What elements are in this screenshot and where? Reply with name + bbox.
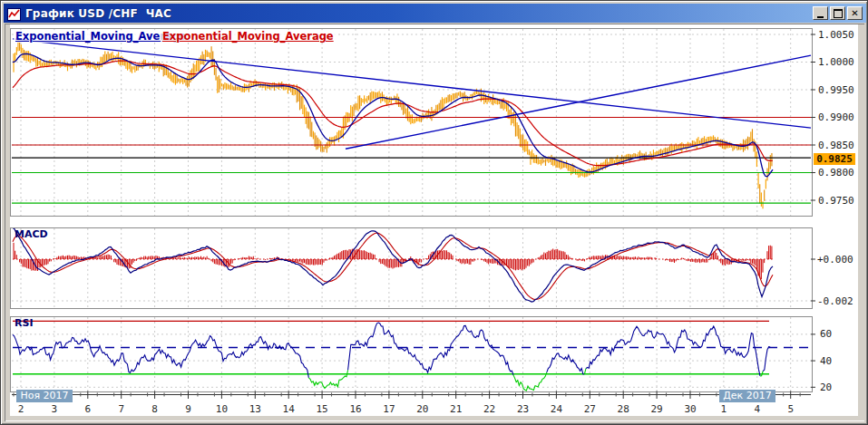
- day-label: 28: [610, 403, 636, 415]
- price-chart[interactable]: [10, 28, 813, 217]
- day-label: 27: [577, 403, 602, 415]
- day-label: 9: [176, 403, 201, 415]
- close-icon: ✕: [851, 9, 858, 18]
- day-label: 24: [543, 403, 569, 415]
- day-label: 29: [644, 403, 669, 415]
- current-price-badge: 0.9825: [814, 153, 855, 165]
- minimize-button[interactable]: [813, 6, 828, 20]
- macd-axis-label: -0.002: [817, 295, 853, 307]
- month-badge-nov: Ноя 2017: [16, 390, 73, 402]
- maximize-icon: [834, 9, 843, 18]
- day-label: 13: [242, 403, 268, 415]
- day-label: 8: [142, 403, 168, 415]
- day-label: 23: [511, 403, 536, 415]
- bottom-frame-strip: [5, 416, 864, 420]
- day-label: 17: [376, 403, 402, 415]
- line-chart-icon: [7, 7, 21, 20]
- rsi-axis-label: 20: [820, 382, 832, 393]
- price-axis-label: 1.0050: [818, 29, 854, 41]
- day-label: 14: [276, 403, 301, 415]
- day-label: 4: [745, 403, 770, 415]
- window-title: График USD /CHF ЧАС: [25, 7, 811, 20]
- rsi-label: RSI: [15, 317, 34, 329]
- day-label: 7: [109, 403, 134, 415]
- application-window: График USD /CHF ЧАС ✕ Exponential_Moving…: [0, 0, 868, 425]
- day-label: 6: [75, 403, 101, 415]
- price-axis-label: 0.9950: [818, 84, 854, 96]
- day-label: 16: [343, 403, 368, 415]
- price-axis-label: 1.0000: [818, 56, 854, 68]
- day-label: 3: [42, 403, 67, 415]
- ema-red-label[interactable]: Exponential_Moving_Average: [161, 30, 336, 43]
- day-label: 21: [444, 403, 469, 415]
- day-label: 5: [778, 403, 804, 415]
- day-label: 30: [678, 403, 703, 415]
- macd-chart[interactable]: [10, 227, 813, 309]
- rsi-axis-label: 60: [820, 328, 832, 340]
- time-axis: [10, 387, 813, 405]
- day-label: 1: [711, 403, 736, 415]
- title-bar[interactable]: График USD /CHF ЧАС ✕: [4, 4, 866, 23]
- maximize-button[interactable]: [830, 6, 845, 20]
- day-label: 15: [309, 403, 335, 415]
- minimize-icon: [817, 16, 824, 18]
- price-axis-ticks: [811, 24, 820, 396]
- day-label: 2: [8, 403, 34, 415]
- macd-axis-label: +0.000: [817, 254, 853, 266]
- window-controls: ✕: [811, 6, 863, 20]
- month-badge-dec: Дек 2017: [719, 390, 775, 402]
- day-label: 20: [410, 403, 435, 415]
- close-button[interactable]: ✕: [847, 6, 863, 20]
- price-axis-label: 0.9750: [818, 195, 854, 207]
- macd-label: MACD: [15, 228, 48, 240]
- rsi-chart[interactable]: [10, 316, 813, 392]
- day-label: 22: [477, 403, 502, 415]
- rsi-axis-label: 40: [820, 355, 832, 367]
- price-axis-label: 0.9900: [818, 111, 854, 123]
- right-frame-strip: [858, 24, 864, 420]
- day-label: 10: [209, 403, 234, 415]
- price-axis-label: 0.9800: [818, 167, 854, 179]
- price-axis-label: 0.9850: [818, 140, 854, 151]
